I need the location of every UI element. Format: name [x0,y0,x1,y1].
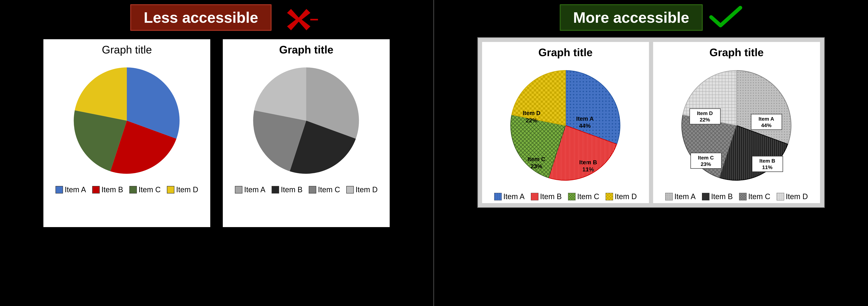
right-legend-box-d2 [777,193,784,201]
svg-rect-24 [494,193,502,201]
legend-color-a2 [235,186,242,193]
right-legend-item-d2: Item D [777,192,808,201]
left-graph-2: Graph title Item A [223,39,390,227]
svg-rect-63 [665,193,673,201]
svg-rect-36 [606,193,613,201]
legend-color-b2 [272,186,279,193]
svg-text:Item C: Item C [698,155,714,160]
right-legend-item-a1: Item A [494,192,525,201]
legend-color-a1 [56,186,63,193]
legend-label-d1: Item D [176,185,198,194]
right-legend-label-a2: Item A [674,192,696,201]
right-legend-item-d1: Item D [606,192,637,201]
right-graph-2-legend: Item A Item B [665,192,808,201]
right-graph-1: Graph title [482,42,649,203]
svg-text:Item B: Item B [579,159,597,165]
right-legend-label-b2: Item B [711,192,733,201]
right-legend-box-b2 [702,193,709,201]
legend-label-a1: Item A [65,185,86,194]
legend-color-b1 [92,186,100,193]
legend-item-a2: Item A [235,185,265,194]
left-graph-2-title: Graph title [279,43,333,56]
legend-item-c1: Item C [129,185,161,194]
svg-rect-32 [568,193,576,201]
left-graph-1-legend: Item A Item B Item C Item D [56,185,198,194]
svg-marker-0 [287,9,310,30]
right-graphs-container: Graph title [477,37,825,208]
svg-text:Item A: Item A [576,116,594,122]
right-graph-1-legend: Item A Item B [494,192,637,201]
right-legend-item-c2: Item C [739,192,770,201]
less-accessible-label: Less accessible [144,9,258,26]
legend-item-c2: Item C [309,185,340,194]
svg-text:23%: 23% [701,161,711,167]
svg-text:44%: 44% [761,123,772,128]
more-accessible-box: More accessible [560,4,703,31]
right-graph-1-title: Graph title [538,46,593,59]
check-mark-icon [709,5,742,30]
svg-text:11%: 11% [762,164,772,170]
svg-rect-76 [777,193,784,201]
left-graph-1: Graph title [43,39,210,227]
right-legend-box-c1 [568,193,576,201]
right-legend-item-a2: Item A [665,192,696,201]
right-legend-box-a1 [494,193,502,201]
svg-text:23%: 23% [530,163,542,170]
svg-text:Item A: Item A [758,116,774,122]
legend-color-c1 [129,186,137,193]
legend-color-c2 [309,186,316,193]
less-accessible-box: Less accessible [130,4,272,31]
right-legend-box-a2 [665,193,673,201]
right-legend-box-d1 [606,193,613,201]
more-accessible-banner: More accessible [560,4,742,31]
right-legend-box-b1 [531,193,538,201]
legend-label-b1: Item B [101,185,123,194]
right-graph-2: Graph title [653,42,820,203]
x-mark-icon [278,7,303,28]
legend-color-d2 [346,186,354,193]
svg-text:Item D: Item D [523,110,540,116]
right-legend-label-b1: Item B [540,192,562,201]
left-section: Less accessible Graph title [0,0,434,306]
legend-item-d1: Item D [167,185,198,194]
legend-label-c1: Item C [138,185,161,194]
svg-text:22%: 22% [526,117,537,124]
legend-item-b2: Item B [272,185,303,194]
right-legend-item-b1: Item B [531,192,562,201]
right-legend-item-b2: Item B [702,192,733,201]
svg-text:44%: 44% [579,123,591,129]
right-legend-box-c2 [739,193,747,201]
right-legend-label-c2: Item C [748,192,770,201]
right-legend-item-c1: Item C [568,192,599,201]
svg-text:11%: 11% [582,166,594,173]
svg-text:Item C: Item C [528,156,545,162]
right-legend-label-d2: Item D [786,192,808,201]
legend-item-b1: Item B [92,185,123,194]
left-graph-2-legend: Item A Item B Item C Item D [235,185,378,194]
svg-text:Item D: Item D [697,111,713,116]
legend-item-a1: Item A [56,185,86,194]
left-pie-2 [244,58,369,183]
legend-label-a2: Item A [244,185,265,194]
left-graph-1-title: Graph title [102,43,152,56]
more-accessible-label: More accessible [573,9,689,26]
left-pie-1 [64,58,189,183]
right-legend-label-c1: Item C [577,192,599,201]
right-pie-2: Item A 44% Item B 11% Item C 23% Item D … [672,61,801,190]
legend-label-d2: Item D [355,185,378,194]
right-section: More accessible Graph title [434,0,868,306]
legend-label-b2: Item B [281,185,303,194]
left-graphs-row: Graph title [35,37,398,306]
svg-rect-28 [531,193,538,201]
right-graph-2-title: Graph title [709,46,764,59]
svg-text:Item B: Item B [759,158,775,164]
right-legend-label-d1: Item D [615,192,637,201]
svg-text:22%: 22% [700,117,710,123]
svg-rect-66 [702,193,709,201]
svg-rect-72 [739,193,747,201]
right-legend-label-a1: Item A [503,192,525,201]
legend-color-d1 [167,186,175,193]
legend-item-d2: Item D [346,185,378,194]
legend-label-c2: Item C [318,185,340,194]
less-accessible-banner: Less accessible [130,4,303,31]
